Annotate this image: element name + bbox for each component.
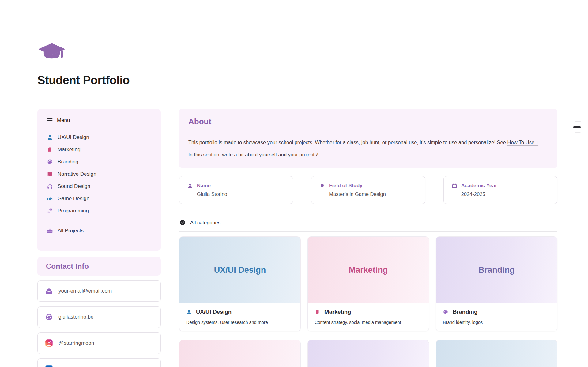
contact-card-website[interactable]: giuliastorino.be — [37, 306, 161, 328]
category-card-cover: UX/UI Design — [179, 237, 300, 303]
contact-info-heading: Contact Info — [46, 262, 152, 271]
menu-divider — [47, 129, 152, 129]
globe-icon — [45, 313, 53, 321]
palette-icon — [443, 309, 448, 315]
sidebar-item-label: Marketing — [58, 147, 81, 153]
category-card-branding[interactable]: Branding Branding Brand identity, logos — [436, 236, 557, 331]
sidebar: Menu UX/UI Design Marketing — [37, 109, 161, 367]
sidebar-item-label: Narrative Design — [58, 171, 96, 177]
category-card-partial[interactable] — [307, 340, 429, 367]
info-card-value: Giulia Storino — [197, 191, 285, 197]
check-circle-icon — [179, 219, 186, 226]
info-card-name[interactable]: Name Giulia Storino — [179, 176, 293, 204]
filter-divider — [179, 231, 557, 232]
graduation-cap-icon — [319, 183, 325, 189]
menu-label: Menu — [57, 117, 70, 123]
category-card-partial[interactable] — [179, 340, 301, 367]
page-outline-widget[interactable] — [573, 121, 581, 133]
contact-card-linkedin[interactable]: in Giulia Storino — [37, 358, 161, 367]
info-card-label: Field of Study — [329, 183, 362, 189]
info-cards-row: Name Giulia Storino Field of Study Maste… — [179, 176, 557, 204]
about-text: This portfolio is made to showcase your … — [188, 140, 507, 145]
headphones-icon — [47, 183, 53, 190]
category-card-partial[interactable] — [436, 340, 557, 367]
contact-card-instagram[interactable]: @starringmoon — [37, 332, 161, 354]
category-card-title: Marketing — [324, 309, 351, 315]
instagram-link[interactable]: @starringmoon — [58, 340, 94, 346]
page-title: Student Portfolio — [37, 74, 557, 87]
sidebar-item-sound-design[interactable]: Sound Design — [47, 180, 152, 193]
info-card-value: Master’s in Game Design — [329, 191, 417, 197]
linkedin-icon: in — [45, 365, 53, 367]
person-icon — [186, 309, 192, 315]
info-card-academic-year[interactable]: Academic Year 2024-2025 — [443, 176, 557, 204]
contact-card-email[interactable]: your-email@email.com — [37, 280, 161, 302]
about-heading: About — [188, 117, 548, 126]
about-paragraph-2: In this section, write a bit about yours… — [188, 151, 548, 159]
email-link[interactable]: your-email@email.com — [58, 288, 112, 294]
all-projects-link[interactable]: All Projects — [58, 228, 84, 234]
menu-header: Menu — [47, 117, 152, 124]
category-card-title: UX/UI Design — [196, 309, 232, 315]
menu-divider — [47, 221, 152, 221]
graduation-cap-icon — [37, 42, 66, 64]
category-card-cover: Marketing — [308, 237, 429, 303]
all-categories-filter[interactable]: All categories — [179, 219, 557, 226]
category-card-marketing[interactable]: Marketing Marketing Content strategy, so… — [307, 236, 429, 331]
sidebar-item-all-projects[interactable]: All Projects — [47, 225, 152, 237]
portfolio-page: Student Portfolio Menu UX/UI Design — [0, 42, 588, 367]
info-card-label: Academic Year — [461, 183, 497, 189]
outline-bar[interactable] — [575, 121, 581, 122]
outline-bar-active[interactable] — [573, 126, 581, 128]
sidebar-item-label: Branding — [58, 159, 78, 165]
contact-info-box: Contact Info — [37, 257, 161, 276]
about-paragraph-1: This portfolio is made to showcase your … — [188, 138, 548, 147]
sidebar-item-label: Game Design — [58, 196, 89, 202]
toolbox-icon — [47, 227, 53, 234]
category-card-subtitle: Design systems, User research and more — [186, 320, 294, 325]
open-book-icon — [47, 171, 53, 178]
sidebar-item-branding[interactable]: Branding — [47, 156, 152, 168]
all-categories-label: All categories — [190, 220, 221, 226]
category-cards-row: UX/UI Design UX/UI Design Design systems… — [179, 236, 557, 331]
gamepad-icon — [47, 195, 53, 202]
category-card-uxui-design[interactable]: UX/UI Design UX/UI Design Design systems… — [179, 236, 301, 331]
hamburger-icon — [47, 117, 53, 124]
sidebar-item-programming[interactable]: Programming — [47, 205, 152, 217]
sidebar-item-label: UX/UI Design — [58, 134, 89, 140]
sidebar-item-narrative-design[interactable]: Narrative Design — [47, 168, 152, 180]
outline-bar[interactable] — [575, 132, 581, 133]
menu-box: Menu UX/UI Design Marketing — [37, 109, 161, 251]
sidebar-item-game-design[interactable]: Game Design — [47, 193, 152, 205]
category-card-subtitle: Content strategy, social media managemen… — [315, 320, 422, 325]
person-icon — [47, 134, 53, 141]
palette-icon — [47, 159, 53, 165]
calendar-icon — [452, 183, 457, 189]
book-icon — [47, 146, 53, 153]
sidebar-item-label: Sound Design — [58, 183, 90, 189]
about-section: About This portfolio is made to showcase… — [179, 109, 557, 168]
how-to-use-link[interactable]: How To Use ↓ — [507, 140, 538, 145]
sidebar-item-label: Programming — [58, 208, 89, 214]
main-content: About This portfolio is made to showcase… — [179, 109, 557, 367]
instagram-icon — [45, 339, 53, 347]
info-card-field-of-study[interactable]: Field of Study Master’s in Game Design — [311, 176, 425, 204]
title-divider — [37, 100, 557, 100]
menu-divider — [47, 241, 152, 241]
website-link[interactable]: giuliastorino.be — [58, 314, 93, 320]
sidebar-item-marketing[interactable]: Marketing — [47, 144, 152, 156]
person-icon — [187, 183, 193, 189]
category-card-subtitle: Brand identity, logos — [443, 320, 550, 325]
sidebar-item-uxui-design[interactable]: UX/UI Design — [47, 131, 152, 144]
book-icon — [315, 309, 320, 315]
gears-icon — [47, 208, 53, 214]
info-card-value: 2024-2025 — [461, 191, 549, 197]
category-card-title: Branding — [453, 309, 477, 315]
category-cards-row-partial — [179, 340, 557, 367]
about-divider — [188, 132, 548, 132]
category-card-cover: Branding — [436, 237, 557, 303]
email-icon — [45, 287, 53, 295]
info-card-label: Name — [197, 183, 211, 189]
